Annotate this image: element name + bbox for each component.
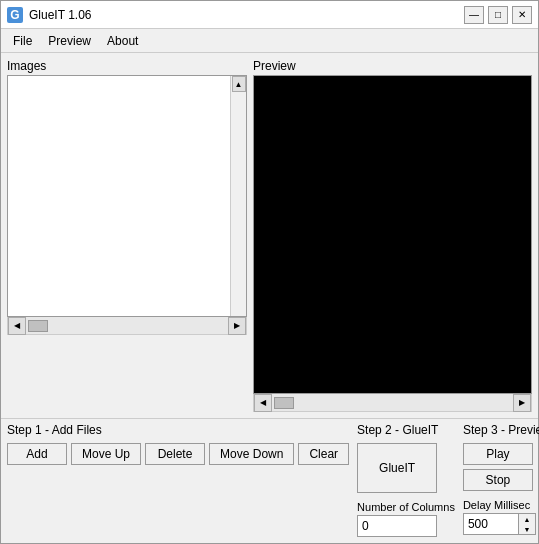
preview-scroll-bottom: ◀ ▶ — [253, 394, 532, 412]
step3-label: Step 3 - Preview — [463, 423, 539, 437]
title-bar: G GlueIT 1.06 — □ ✕ — [1, 1, 538, 29]
app-icon: G — [7, 7, 23, 23]
play-button[interactable]: Play — [463, 443, 533, 465]
spinner-buttons: ▲ ▼ — [518, 513, 536, 535]
step1-label: Step 1 - Add Files — [7, 423, 349, 437]
images-scrollbar[interactable]: ▲ — [230, 76, 246, 316]
preview-scroll-left[interactable]: ◀ — [254, 394, 272, 412]
list-scroll-right[interactable]: ▶ — [228, 317, 246, 335]
preview-label: Preview — [253, 59, 532, 73]
preview-scroll-track[interactable] — [272, 394, 513, 411]
images-list[interactable]: ▲ — [7, 75, 247, 317]
delay-input[interactable] — [463, 513, 518, 535]
images-panel: Images ▲ ◀ ▶ — [7, 59, 247, 412]
scroll-up-btn[interactable]: ▲ — [232, 76, 246, 92]
spinner-down-button[interactable]: ▼ — [519, 524, 535, 534]
preview-scroll-right[interactable]: ▶ — [513, 394, 531, 412]
menu-about[interactable]: About — [99, 32, 146, 50]
preview-scroll-thumb[interactable] — [274, 397, 294, 409]
list-scroll-track[interactable] — [26, 317, 228, 334]
preview-canvas — [253, 75, 532, 394]
main-window: G GlueIT 1.06 — □ ✕ File Preview About I… — [0, 0, 539, 544]
stop-button[interactable]: Stop — [463, 469, 533, 491]
main-content: Images ▲ ◀ ▶ Preview — [1, 53, 538, 418]
delete-button[interactable]: Delete — [145, 443, 205, 465]
menu-preview[interactable]: Preview — [40, 32, 99, 50]
title-bar-left: G GlueIT 1.06 — [7, 7, 91, 23]
minimize-button[interactable]: — — [464, 6, 484, 24]
columns-label: Number of Columns — [357, 501, 455, 513]
bottom-section: Step 1 - Add Files Add Move Up Delete Mo… — [1, 418, 538, 543]
images-area-container: ▲ ◀ ▶ — [7, 75, 247, 335]
clear-button[interactable]: Clear — [298, 443, 349, 465]
maximize-button[interactable]: □ — [488, 6, 508, 24]
step3-buttons: Play Stop — [463, 443, 539, 491]
step1-group: Step 1 - Add Files Add Move Up Delete Mo… — [7, 423, 349, 537]
step2-label: Step 2 - GlueIT — [357, 423, 455, 437]
delay-group: Delay Millisec ▲ ▼ — [463, 499, 539, 535]
close-button[interactable]: ✕ — [512, 6, 532, 24]
move-up-button[interactable]: Move Up — [71, 443, 141, 465]
list-scroll-bottom: ◀ ▶ — [7, 317, 247, 335]
columns-group: Number of Columns — [357, 501, 455, 537]
step1-buttons: Add Move Up Delete Move Down Clear — [7, 443, 349, 465]
list-scroll-thumb[interactable] — [28, 320, 48, 332]
images-label: Images — [7, 59, 247, 73]
move-down-button[interactable]: Move Down — [209, 443, 294, 465]
columns-input[interactable] — [357, 515, 437, 537]
preview-panel: Preview ◀ ▶ — [253, 59, 532, 412]
window-controls: — □ ✕ — [464, 6, 532, 24]
window-title: GlueIT 1.06 — [29, 8, 91, 22]
menu-file[interactable]: File — [5, 32, 40, 50]
menu-bar: File Preview About — [1, 29, 538, 53]
spinner-up-button[interactable]: ▲ — [519, 514, 535, 524]
step3-group: Step 3 - Preview Play Stop Delay Millise… — [463, 423, 539, 537]
add-button[interactable]: Add — [7, 443, 67, 465]
glueit-button[interactable]: GlueIT — [357, 443, 437, 493]
delay-label: Delay Millisec — [463, 499, 539, 511]
list-scroll-left[interactable]: ◀ — [8, 317, 26, 335]
spinner-wrapper: ▲ ▼ — [463, 513, 539, 535]
step2-group: Step 2 - GlueIT GlueIT Number of Columns — [357, 423, 455, 537]
